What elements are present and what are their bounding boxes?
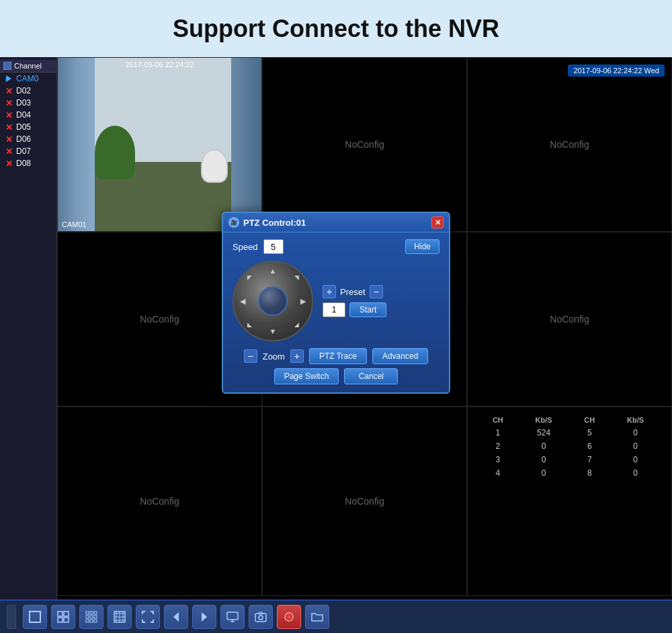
back-button[interactable] xyxy=(164,605,188,629)
preset-value[interactable]: 1 xyxy=(323,302,345,317)
zoom-plus-button[interactable]: + xyxy=(290,349,304,363)
stats-cell-value: 4 xyxy=(478,466,518,480)
joystick-up[interactable]: ▲ xyxy=(267,265,279,277)
record-button[interactable] xyxy=(277,605,301,629)
stats-cell-value: 1 xyxy=(478,426,518,439)
svg-marker-22 xyxy=(202,612,207,622)
x-icon: ✕ xyxy=(4,122,13,132)
sidebar-item-cam0[interactable]: CAM0 xyxy=(0,73,56,85)
preset-row: + Preset − xyxy=(323,285,439,298)
zoom-minus-button[interactable]: − xyxy=(244,349,257,363)
joystick-downright[interactable]: ◢ xyxy=(290,319,302,331)
single-view-button[interactable] xyxy=(23,605,47,629)
joystick-downleft[interactable]: ◣ xyxy=(243,319,255,331)
channel-label: D04 xyxy=(16,110,31,120)
x-icon: ✕ xyxy=(4,110,13,120)
svg-rect-2 xyxy=(64,611,69,616)
cancel-button[interactable]: Cancel xyxy=(344,368,398,384)
channel-label: D08 xyxy=(16,159,31,168)
noconfig-label: NoConfig xyxy=(140,496,179,507)
joystick-down[interactable]: ▼ xyxy=(267,325,279,337)
stats-cell-value: 3 xyxy=(478,453,518,466)
nvr-container: Channel CAM0✕D02✕D03✕D04✕D05✕D06✕D07✕D08… xyxy=(0,57,672,633)
sidebar-item-d08[interactable]: ✕D08 xyxy=(0,157,56,169)
joystick-upleft[interactable]: ◤ xyxy=(243,271,255,284)
joystick-center[interactable] xyxy=(258,286,288,316)
ptz-bottom-row1: − Zoom + PTZ Trace Advanced xyxy=(233,348,439,364)
monitor-button[interactable] xyxy=(220,605,245,629)
ptz-speed-row: Speed 5 Hide xyxy=(233,239,439,254)
stats-header: Kb/S xyxy=(610,414,661,426)
stats-header: CH xyxy=(478,414,518,426)
svg-point-27 xyxy=(259,616,263,620)
ptz-middle: ▲ ▼ ◀ ▶ ◤ ◥ ◣ ◢ + Preset xyxy=(233,261,439,341)
toolbar-scroll[interactable] xyxy=(7,605,16,629)
stats-cell-value: 0 xyxy=(518,453,570,466)
stats-cell: CHKb/SCHKb/S 152450206030704080 xyxy=(467,407,672,596)
grid-cell-noconfig-4: NoConfig xyxy=(57,407,262,596)
sidebar-item-d03[interactable]: ✕D03 xyxy=(0,97,56,109)
joystick-upright[interactable]: ◥ xyxy=(290,271,302,284)
x-icon: ✕ xyxy=(4,134,13,144)
noconfig-label: NoConfig xyxy=(345,139,384,150)
svg-rect-8 xyxy=(86,616,89,618)
stats-cell-value: 0 xyxy=(518,439,570,453)
stats-cell-value: 5 xyxy=(569,426,610,439)
nine-view-button[interactable] xyxy=(79,605,103,629)
sidebar-item-d02[interactable]: ✕D02 xyxy=(0,85,56,97)
advanced-button[interactable]: Advanced xyxy=(372,348,428,364)
stats-cell-value: 0 xyxy=(610,439,661,453)
svg-rect-23 xyxy=(227,612,238,620)
svg-rect-26 xyxy=(255,614,266,622)
folder-button[interactable] xyxy=(305,605,329,629)
preset-start-button[interactable]: Start xyxy=(349,302,386,317)
hide-button[interactable]: Hide xyxy=(405,239,439,254)
svg-rect-13 xyxy=(94,620,97,622)
svg-rect-7 xyxy=(94,611,97,614)
stats-cell-value: 7 xyxy=(569,453,610,466)
svg-rect-4 xyxy=(64,618,69,622)
cam01-cell[interactable]: 2017-09-06 22:24:22 CAM01 xyxy=(57,57,262,232)
ptz-close-button[interactable]: ✕ xyxy=(431,216,444,228)
stats-header: Kb/S xyxy=(518,414,570,426)
forward-button[interactable] xyxy=(192,605,216,629)
noconfig-label: NoConfig xyxy=(550,314,589,325)
channel-label: CAM0 xyxy=(16,74,38,83)
fullscreen-button[interactable] xyxy=(136,605,160,629)
svg-rect-0 xyxy=(30,611,40,622)
svg-rect-1 xyxy=(58,611,62,616)
cam-timestamp: 2017-09-06 22:24:22 xyxy=(125,60,194,69)
svg-rect-6 xyxy=(90,611,93,614)
joystick-left[interactable]: ◀ xyxy=(237,295,249,307)
page-switch-button[interactable]: Page Switch xyxy=(274,368,339,384)
preset-add-button[interactable]: + xyxy=(323,285,336,298)
sidebar-header: Channel xyxy=(0,60,56,73)
camera-button[interactable] xyxy=(249,605,273,629)
grid-cell-noconfig-3: NoConfig xyxy=(467,232,672,407)
preset-value-row: 1 Start xyxy=(323,302,439,317)
joystick-outer[interactable]: ▲ ▼ ◀ ▶ ◤ ◥ ◣ ◢ xyxy=(233,261,313,341)
ptz-body: Speed 5 Hide ▲ ▼ ◀ ▶ ◤ ◥ ◣ ◢ xyxy=(223,233,449,392)
svg-rect-5 xyxy=(86,611,89,614)
svg-rect-9 xyxy=(90,616,93,618)
sidebar-item-d06[interactable]: ✕D06 xyxy=(0,133,56,145)
datetime-badge: 2017-09-06 22:24:22 Wed xyxy=(568,65,665,77)
sidebar-item-d05[interactable]: ✕D05 xyxy=(0,121,56,133)
sidebar-item-d07[interactable]: ✕D07 xyxy=(0,145,56,157)
sixteen-view-button[interactable] xyxy=(108,605,132,629)
preset-remove-button[interactable]: − xyxy=(370,285,383,298)
quad-view-button[interactable] xyxy=(51,605,75,629)
noconfig-label: NoConfig xyxy=(345,496,384,507)
sidebar: Channel CAM0✕D02✕D03✕D04✕D05✕D06✕D07✕D08 xyxy=(0,57,57,599)
x-icon: ✕ xyxy=(4,98,13,108)
speed-value[interactable]: 5 xyxy=(263,239,284,254)
cam-label: CAM01 xyxy=(62,220,87,228)
joystick-right[interactable]: ▶ xyxy=(297,295,309,307)
channel-label: D02 xyxy=(16,86,31,95)
stats-cell-value: 524 xyxy=(518,426,570,439)
sidebar-header-label: Channel xyxy=(14,62,42,70)
sidebar-item-d04[interactable]: ✕D04 xyxy=(0,109,56,121)
ptz-trace-button[interactable]: PTZ Trace xyxy=(309,348,367,364)
ptz-bottom-row2: Page Switch Cancel xyxy=(233,368,439,384)
channel-label: D03 xyxy=(16,98,31,108)
